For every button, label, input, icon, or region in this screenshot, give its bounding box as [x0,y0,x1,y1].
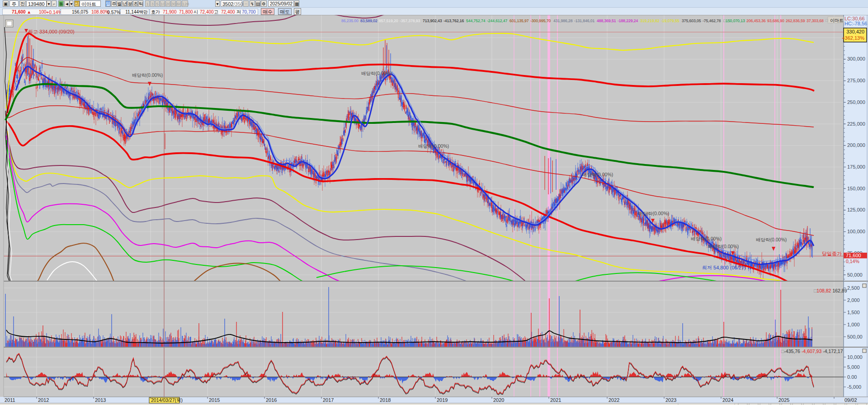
svg-text:0,14%: 0,14% [846,259,859,264]
svg-text:-19,079,55: -19,079,55 [661,19,679,23]
svg-text:□150,070,13: □150,070,13 [723,19,745,23]
svg-text:-5,000: -5,000 [847,384,861,390]
svg-text:배당락(0.00%): 배당락(0.00%) [708,244,739,249]
svg-text:□-435,76 -4,607,93 -4,172,17: □-435,76 -4,607,93 -4,172,17 [781,348,843,354]
svg-text:2016: 2016 [266,397,277,403]
svg-text:1,000: 1,000 [847,322,860,327]
svg-text:-131,846,01: -131,846,01 [574,19,595,23]
svg-text:93,686,90: 93,686,90 [767,19,784,23]
svg-text:최저 54,800 (06/27) →: 최저 54,800 (06/27) → [702,265,752,270]
svg-text:-75,462,78: -75,462,78 [703,19,721,23]
svg-text:175,000: 175,000 [847,164,865,170]
svg-text:150,000: 150,000 [847,186,865,191]
svg-text:2023: 2023 [665,397,676,403]
svg-text:5,000: 5,000 [847,364,860,370]
svg-text:330,420: 330,420 [846,29,864,34]
svg-text:-300,995,70: -300,995,70 [530,19,551,23]
svg-text:544,752,74: 544,752,74 [466,19,486,23]
svg-text:206,453,36: 206,453,36 [746,19,766,23]
svg-text:배당락(0.00%): 배당락(0.00%) [418,143,449,149]
svg-text:10,000: 10,000 [847,354,863,360]
svg-text:431,986,28: 431,986,28 [553,19,573,23]
svg-text:배당락(0.00%): 배당락(0.00%) [582,172,613,177]
svg-text:100,000: 100,000 [847,229,865,234]
svg-text:250,000: 250,000 [847,99,865,105]
svg-text:200,000: 200,000 [847,142,865,148]
svg-text:37,303,68: 37,303,68 [807,19,824,23]
svg-text:□: □ [826,18,828,23]
svg-text:-244,612,47: -244,612,47 [487,19,508,23]
svg-text:2014/03/27(목): 2014/03/27(목) [151,397,183,403]
svg-text:2024: 2024 [722,397,733,403]
svg-text:2011: 2011 [5,397,15,403]
svg-text:71,600: 71,600 [846,253,861,258]
svg-text:배당락(0.00%): 배당락(0.00%) [691,236,722,241]
svg-text:2,000: 2,000 [847,297,860,303]
svg-text:배당락(0.00%): 배당락(0.00%) [756,237,787,242]
svg-text:2025: 2025 [778,397,789,403]
svg-text:1,500: 1,500 [847,310,860,315]
svg-text:-188,229,24: -188,229,24 [618,19,638,23]
svg-text:857,519,20: 857,519,20 [379,19,398,23]
svg-text:601,135,97: 601,135,97 [509,19,529,23]
svg-text:2015: 2015 [209,397,220,403]
svg-text:+362,13%: +362,13% [842,35,864,41]
svg-text:2012: 2012 [38,397,49,403]
svg-text:2020: 2020 [493,397,504,403]
svg-text:-357,378,93: -357,378,93 [400,19,420,23]
svg-text:375,603,05: 375,603,05 [682,19,701,23]
svg-text:225,000: 225,000 [847,121,865,127]
svg-text:500,00: 500,00 [847,334,863,339]
svg-text:50,000: 50,000 [847,272,863,278]
svg-text:□108,82 162,89: □108,82 162,89 [814,288,847,293]
svg-text:2022: 2022 [609,397,619,403]
svg-text:배당락(0.00%): 배당락(0.00%) [638,211,669,216]
svg-text:당일종가: 당일종가 [822,251,842,256]
svg-text:배당락(0.00%): 배당락(0.00%) [132,72,163,78]
svg-text:배당락(0.00%): 배당락(0.00%) [361,71,392,76]
svg-text:최고 334,000 (09/20): 최고 334,000 (09/20) [28,29,75,34]
svg-text:125,000: 125,000 [847,207,865,212]
svg-text:83,589,02: 83,589,02 [360,19,377,23]
svg-text:HC:-78,56: HC:-78,56 [844,21,867,26]
svg-text:09/02: 09/02 [844,397,857,403]
svg-text:300,000: 300,000 [847,56,865,61]
svg-text:2,500: 2,500 [847,285,860,291]
svg-text:0.00: 0.00 [847,374,857,380]
svg-text:262,836,59: 262,836,59 [786,19,805,23]
svg-text:319,219,82: 319,219,82 [640,19,660,23]
svg-text:86,235.00: 86,235.00 [341,19,359,23]
svg-text:2019: 2019 [437,397,448,403]
svg-text:2017: 2017 [323,397,334,403]
svg-text:713,902,43: 713,902,43 [423,19,442,23]
svg-text:이마트: 이마트 [830,18,844,23]
svg-text:2013: 2013 [95,397,106,403]
svg-text:2021: 2021 [550,397,561,403]
svg-text:488,369,51: 488,369,51 [597,19,616,23]
svg-text:2018: 2018 [380,397,391,403]
svg-text:-413,762,16: -413,762,16 [443,19,464,23]
svg-text:275,000: 275,000 [847,78,865,83]
